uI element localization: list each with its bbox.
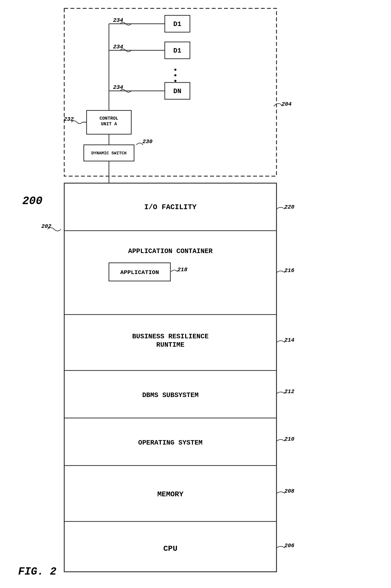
svg-text:220: 220 — [284, 204, 294, 210]
svg-rect-18 — [87, 110, 131, 134]
svg-text:D1: D1 — [173, 20, 182, 28]
svg-text:FIG. 2: FIG. 2 — [18, 566, 56, 578]
svg-text:216: 216 — [284, 267, 294, 274]
svg-text:•: • — [173, 66, 178, 74]
svg-text:BUSINESS RESILIENCE: BUSINESS RESILIENCE — [132, 333, 209, 340]
svg-text:218: 218 — [177, 266, 187, 273]
svg-text:APPLICATION CONTAINER: APPLICATION CONTAINER — [128, 247, 213, 255]
svg-text:APPLICATION: APPLICATION — [120, 269, 159, 276]
svg-text:210: 210 — [284, 436, 294, 442]
svg-text:DN: DN — [173, 88, 182, 95]
svg-rect-29 — [64, 183, 276, 572]
svg-rect-24 — [84, 145, 134, 161]
svg-text:I/O FACILITY: I/O FACILITY — [144, 203, 197, 211]
svg-text:204: 204 — [282, 101, 292, 107]
svg-text:DYNAMIC SWITCH: DYNAMIC SWITCH — [91, 151, 127, 156]
svg-text:230: 230 — [142, 138, 152, 145]
diagram-svg: D1 D1 DN • • • 234 234 234 — [0, 0, 391, 588]
svg-rect-0 — [64, 8, 276, 176]
svg-text:CPU: CPU — [163, 544, 177, 553]
svg-text:D1: D1 — [173, 47, 182, 55]
svg-text:200: 200 — [22, 195, 42, 207]
svg-rect-1 — [165, 15, 190, 32]
svg-rect-2 — [165, 42, 190, 59]
svg-text:234: 234 — [113, 44, 123, 50]
svg-text:OPERATING SYSTEM: OPERATING SYSTEM — [138, 439, 202, 447]
svg-text:•: • — [173, 71, 178, 80]
svg-text:206: 206 — [284, 542, 294, 549]
svg-text:234: 234 — [113, 84, 123, 91]
svg-text:UNIT A: UNIT A — [101, 122, 117, 127]
svg-text:232: 232 — [64, 116, 74, 122]
svg-text:•: • — [173, 77, 178, 86]
svg-text:208: 208 — [284, 488, 294, 494]
svg-rect-3 — [165, 82, 190, 99]
svg-text:212: 212 — [284, 388, 294, 395]
svg-text:DBMS SUBSYSTEM: DBMS SUBSYSTEM — [142, 391, 199, 399]
svg-text:RUNTIME: RUNTIME — [156, 341, 185, 349]
svg-text:202: 202 — [41, 223, 51, 230]
svg-text:CONTROL: CONTROL — [99, 116, 118, 121]
svg-text:MEMORY: MEMORY — [157, 490, 183, 499]
diagram-page: D1 D1 DN • • • 234 234 234 — [0, 0, 391, 588]
svg-text:214: 214 — [284, 337, 294, 343]
svg-text:234: 234 — [113, 17, 123, 23]
svg-rect-38 — [109, 263, 170, 281]
